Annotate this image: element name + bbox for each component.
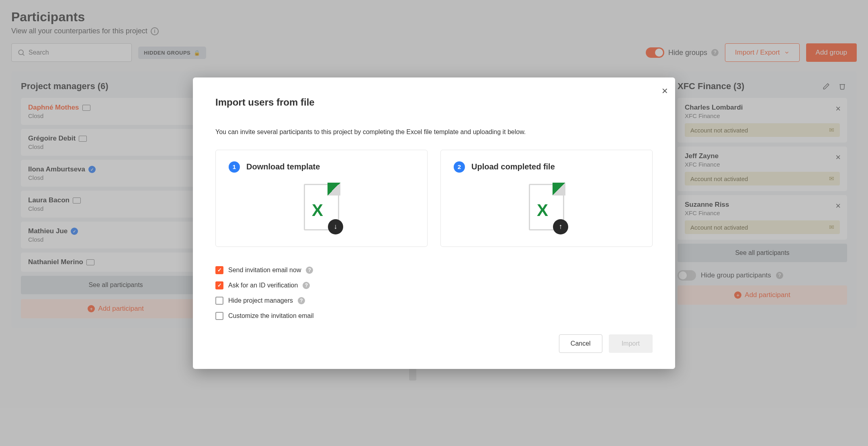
modal-actions: Cancel Import xyxy=(215,334,653,353)
close-icon[interactable]: × xyxy=(662,85,668,97)
option-ask-id[interactable]: Ask for an ID verification ? xyxy=(215,281,653,289)
download-arrow-icon: ↓ xyxy=(328,219,343,234)
help-icon[interactable]: ? xyxy=(298,297,305,304)
import-steps: 1 Download template X ↓ 2 Upload complet… xyxy=(215,150,653,247)
checkbox[interactable] xyxy=(215,297,223,305)
help-icon[interactable]: ? xyxy=(306,267,313,274)
import-options: Send invitation email now ? Ask for an I… xyxy=(215,266,653,320)
cancel-button[interactable]: Cancel xyxy=(559,334,602,353)
checkbox[interactable] xyxy=(215,281,223,289)
import-users-modal: × Import users from file You can invite … xyxy=(193,77,675,369)
excel-upload-icon: X ↑ xyxy=(529,184,564,230)
step-number: 1 xyxy=(229,161,240,173)
modal-title: Import users from file xyxy=(215,97,653,108)
download-template-pane[interactable]: 1 Download template X ↓ xyxy=(215,150,428,247)
option-customize-email[interactable]: Customize the invitation email xyxy=(215,312,653,320)
import-button[interactable]: Import xyxy=(609,334,653,353)
checkbox[interactable] xyxy=(215,266,223,274)
excel-download-icon: X ↓ xyxy=(304,184,339,230)
step-number: 2 xyxy=(454,161,465,173)
upload-file-pane[interactable]: 2 Upload completed file X ↑ xyxy=(440,150,653,247)
help-icon[interactable]: ? xyxy=(303,282,310,289)
option-hide-managers[interactable]: Hide project managers ? xyxy=(215,297,653,305)
upload-arrow-icon: ↑ xyxy=(553,219,568,234)
checkbox[interactable] xyxy=(215,312,223,320)
option-send-invitation[interactable]: Send invitation email now ? xyxy=(215,266,653,274)
participants-page: Participants View all your counterpartie… xyxy=(0,0,868,446)
modal-description: You can invite several participants to t… xyxy=(215,127,653,137)
